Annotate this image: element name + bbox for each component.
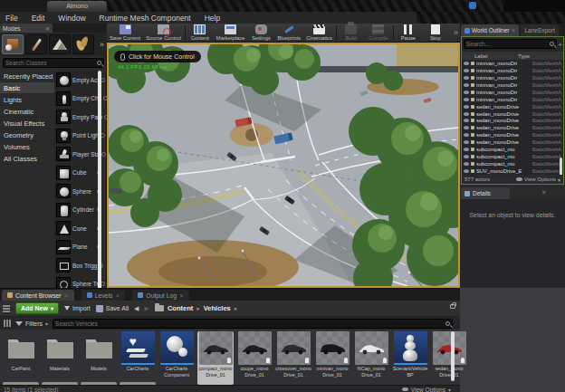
place-item-player-start[interactable]: Player Sta [54, 145, 102, 164]
tab-world-outliner[interactable]: World Outliner ✕ [461, 24, 519, 36]
asset-carcharts-component[interactable]: CarCharts Component [158, 331, 195, 385]
visibility-eye-icon[interactable] [464, 148, 469, 151]
level-title-tab[interactable]: Almono [47, 1, 107, 12]
column-type[interactable]: Type [518, 53, 563, 59]
docked-window-tab[interactable] [503, 0, 565, 12]
asset-carcharts[interactable]: ♥ CarCharts [120, 331, 156, 385]
search-vehicles-input[interactable] [55, 320, 445, 327]
tab-levels[interactable]: Levels ✕ [81, 290, 126, 301]
place-item-empty-pawn[interactable]: Empty Paw [54, 108, 102, 127]
forward-arrow[interactable]: ▶ [145, 305, 149, 312]
view-type-icon[interactable] [4, 320, 11, 327]
category-lights[interactable]: Lights [0, 94, 54, 106]
tab-lane-export[interactable]: LaneExport [521, 24, 558, 36]
asset-ncap-mono[interactable]: NCap_mono Drive_01 [353, 331, 389, 385]
asset-crossover-mono[interactable]: crossover_mono Drive_01 [275, 331, 311, 385]
category-all-classes[interactable]: All Classes [0, 153, 54, 165]
landscape-mode-button[interactable] [49, 34, 71, 54]
outliner-row[interactable]: sedan_monoDriveStaticMeshA [462, 110, 563, 118]
menu-window[interactable]: Window [58, 14, 85, 23]
close-icon[interactable]: ✕ [541, 189, 547, 196]
outliner-row[interactable]: subcompact_moStaticMeshA [462, 146, 563, 153]
outliner-row[interactable]: sedan_monoDriveStaticMeshA [462, 124, 563, 131]
content-browser-view-options[interactable]: View Options▾ [402, 387, 451, 392]
category-visual-effects[interactable]: Visual Effects [0, 118, 54, 129]
sources-panel-toggle-icon[interactable] [3, 305, 10, 312]
outliner-search-input[interactable] [466, 41, 550, 47]
outliner-row[interactable]: minivan_monoDriStaticMeshA [462, 74, 563, 81]
asset-scenario-vehicle-bp[interactable]: ScenarioVehicle BP [392, 331, 428, 385]
outliner-row[interactable]: minivan_monoDriStaticMeshA [462, 96, 563, 103]
visibility-eye-icon[interactable] [464, 69, 469, 72]
cinematics-button[interactable]: Cinematics [303, 24, 335, 42]
save-all-button[interactable]: Save All [96, 305, 129, 312]
category-volumes[interactable]: Volumes [0, 141, 54, 153]
outliner-row[interactable]: sedan_monoDriveStaticMeshA [462, 103, 563, 110]
close-icon[interactable]: ✕ [45, 25, 50, 32]
outliner-row[interactable]: minivan_monoDriStaticMeshA [462, 81, 563, 89]
tab-output-log[interactable]: Output Log ✕ [132, 290, 189, 301]
visibility-eye-icon[interactable] [464, 98, 469, 101]
settings-button[interactable]: Settings [247, 24, 274, 42]
close-icon[interactable]: ✕ [179, 292, 184, 299]
tab-content-browser[interactable]: Content Browser ✕ [2, 290, 74, 301]
breadcrumb-content[interactable]: Content [168, 304, 193, 312]
toolbar-overflow-chevron[interactable]: » [454, 28, 460, 37]
place-item-point-light[interactable]: Point Ligh [54, 127, 102, 146]
paint-mode-button[interactable] [25, 34, 47, 54]
place-item-cylinder[interactable]: Cylinder [54, 201, 102, 220]
asset-folder-carpaint[interactable]: CarPaint [3, 331, 39, 385]
place-item-empty-actor[interactable]: Empty Act [54, 71, 102, 90]
menu-file[interactable]: File [5, 14, 18, 23]
marketplace-button[interactable]: Marketplace [214, 24, 248, 42]
category-basic[interactable]: Basic [0, 82, 54, 94]
asset-folder-models[interactable]: Models [81, 331, 117, 385]
category-geometry[interactable]: Geometry [0, 129, 54, 141]
menu-runtime-mesh-component[interactable]: Runtime Mesh Component [100, 14, 191, 23]
add-new-button[interactable]: Add New▾ [15, 302, 59, 314]
lock-icon[interactable] [450, 304, 455, 309]
asset-sedan-mono[interactable]: sedan_mono Drive_01 [431, 331, 467, 385]
visibility-eye-icon[interactable] [464, 119, 469, 122]
asset-compact-mono-selected[interactable]: compact_mono Drive_01 [197, 331, 234, 385]
more-modes-chevron[interactable]: » [100, 40, 104, 49]
menu-edit[interactable]: Edit [32, 14, 45, 23]
stop-button[interactable]: Stop [422, 24, 449, 42]
asset-coupe-mono[interactable]: coupe_mono Drive_01 [236, 331, 273, 385]
tab-details[interactable]: Details [461, 187, 510, 199]
save-current-button[interactable]: Save Current [107, 24, 143, 42]
foliage-mode-button[interactable] [72, 34, 94, 54]
import-button[interactable]: Import [64, 305, 91, 311]
search-classes-input[interactable] [5, 60, 97, 66]
visibility-eye-icon[interactable] [464, 112, 469, 116]
outliner-row[interactable]: minivan_monoDriStaticMeshA [462, 60, 563, 67]
breadcrumb-vehicles[interactable]: Vehicles [204, 304, 231, 312]
add-filter-icon[interactable]: + [558, 41, 562, 49]
asset-minivan-mono[interactable]: minivan_mono Drive_01 [314, 331, 350, 385]
close-icon[interactable]: ✕ [115, 292, 120, 299]
close-icon[interactable]: ✕ [64, 292, 69, 299]
modes-scrollbar[interactable] [98, 71, 101, 293]
outliner-scrollbar[interactable] [560, 158, 562, 175]
outliner-row[interactable]: sedan_monoDriveStaticMeshA [462, 131, 563, 139]
tab-modes[interactable]: Modes ✕ [0, 24, 53, 33]
column-label[interactable]: Label [462, 53, 518, 59]
outliner-row[interactable]: minivan_monoDriStaticMeshA [462, 89, 563, 96]
outliner-row[interactable]: sedan_monoDriveStaticMeshA [462, 139, 563, 146]
back-arrow[interactable]: ◀ [134, 305, 139, 312]
place-mode-button[interactable] [2, 34, 24, 54]
place-item-sphere[interactable]: Sphere [54, 182, 102, 201]
outliner-row[interactable]: sedan_monoDriveStaticMeshA [462, 118, 563, 125]
source-control-button[interactable]: Source Control [143, 24, 184, 42]
visibility-eye-icon[interactable] [464, 76, 469, 80]
menu-help[interactable]: Help [205, 14, 220, 23]
viewport-3d[interactable]: Click for Mouse Control 44.1 FPS 22.68 m… [107, 43, 460, 288]
visibility-eye-icon[interactable] [464, 133, 469, 137]
place-item-empty-character[interactable]: Empty Cha [54, 90, 102, 109]
mouse-control-overlay[interactable]: Click for Mouse Control [114, 51, 201, 62]
build-button[interactable]: Build [338, 24, 365, 42]
place-item-plane[interactable]: Plane [54, 238, 102, 257]
outliner-row[interactable]: SUV_monoDrive_EStaticMeshA [462, 167, 563, 175]
visibility-eye-icon[interactable] [464, 62, 469, 65]
outliner-view-options[interactable]: View Options▾ [516, 177, 560, 183]
